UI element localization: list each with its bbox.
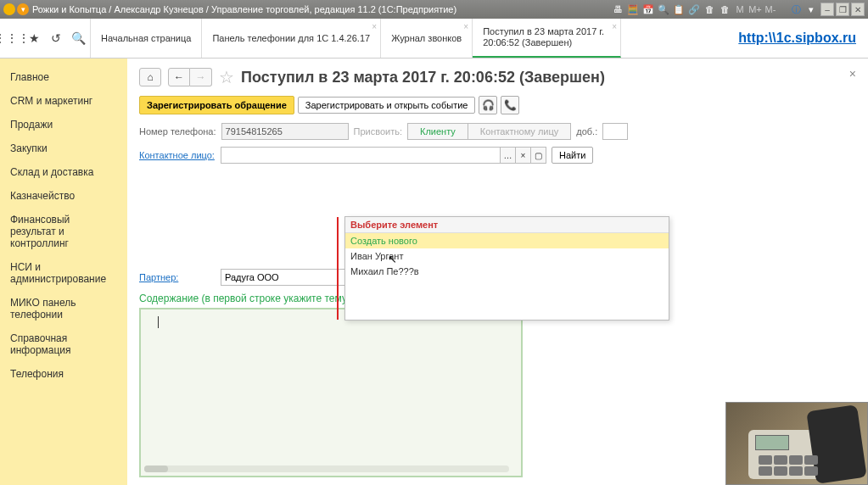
- sidebar-item-telephony[interactable]: Телефония: [0, 362, 127, 386]
- dropdown-create-new[interactable]: Создать нового: [345, 233, 669, 248]
- register-request-button[interactable]: Зарегистрировать обращение: [139, 96, 294, 114]
- assign-buttons: Клиенту Контактному лицу: [407, 123, 571, 140]
- minimize-button[interactable]: –: [820, 3, 834, 16]
- sidebar-item-main[interactable]: Главное: [0, 65, 127, 89]
- history-icon[interactable]: ↺: [49, 31, 63, 45]
- contact-row: Контактное лицо: … × ▢ Найти: [139, 147, 856, 164]
- print-icon[interactable]: 🖶: [611, 3, 624, 16]
- sidebar-item-purchases[interactable]: Закупки: [0, 137, 127, 160]
- toolbar-iconbox: ⋮⋮⋮ ★ ↺ 🔍: [0, 19, 91, 58]
- tab-label: Поступил в 23 марта 2017 г. 20:06:52 (За…: [483, 26, 610, 48]
- contact-select-button[interactable]: …: [501, 147, 516, 164]
- phone-field[interactable]: [221, 123, 349, 140]
- sidebar-item-warehouse[interactable]: Склад и доставка: [0, 160, 127, 184]
- maximize-button[interactable]: ❐: [836, 3, 849, 16]
- dropdown-icon[interactable]: ▾: [804, 3, 818, 16]
- calendar-icon[interactable]: 📅: [641, 3, 655, 16]
- calc-icon[interactable]: 🧮: [626, 3, 640, 16]
- tab-close-icon[interactable]: ×: [463, 22, 468, 31]
- info-icon[interactable]: ⓘ: [789, 3, 803, 16]
- search-tb-icon[interactable]: 🔍: [657, 3, 670, 16]
- trash-icon[interactable]: 🗑: [703, 3, 716, 16]
- dropdown-header: Выберите элемент: [345, 217, 669, 233]
- page-close-button[interactable]: ×: [849, 67, 856, 81]
- contact-open-button[interactable]: ▢: [531, 147, 546, 164]
- sidebar-item-sales[interactable]: Продажи: [0, 113, 127, 137]
- sidebar-item-finance[interactable]: Финансовый результат и контроллинг: [0, 208, 127, 255]
- sidebar-item-nsi[interactable]: НСИ и администрирование: [0, 255, 127, 291]
- search-icon[interactable]: 🔍: [71, 31, 85, 45]
- window-title: Рожки и Копытца / Александр Кузнецов / У…: [32, 4, 610, 14]
- editor-scrollbar[interactable]: [144, 465, 509, 472]
- app-icon: [3, 3, 15, 15]
- trash2-icon[interactable]: 🗑: [718, 3, 731, 16]
- dropdown-filler: [345, 279, 669, 320]
- phone-row: Номер телефона: Присвоить: Клиенту Конта…: [139, 123, 856, 140]
- assign-label: Присвоить:: [354, 126, 402, 137]
- tab-label: Начальная страница: [101, 33, 191, 43]
- sidebar-item-miko[interactable]: МИКО панель телефонии: [0, 291, 127, 326]
- assign-client-button[interactable]: Клиенту: [407, 123, 468, 140]
- sipbox-link[interactable]: http:\\1c.sipbox.ru: [726, 19, 868, 58]
- contact-dropdown: Выберите элемент Создать нового Иван Ург…: [344, 216, 669, 321]
- apps-icon[interactable]: ⋮⋮⋮: [5, 31, 19, 45]
- dropdown-option[interactable]: Иван Ургант: [345, 248, 669, 264]
- tab-call-log[interactable]: Журнал звонков×: [381, 19, 473, 58]
- title-back-icon[interactable]: ▾: [17, 3, 29, 15]
- contact-find-button[interactable]: Найти: [552, 147, 593, 164]
- headset-icon: 🎧: [482, 99, 495, 111]
- page-title: Поступил в 23 марта 2017 г. 20:06:52 (За…: [241, 69, 605, 86]
- tab-home[interactable]: Начальная страница: [91, 19, 202, 58]
- phone-icon: 📞: [504, 99, 517, 111]
- partner-label[interactable]: Партнер:: [139, 272, 216, 282]
- contact-label[interactable]: Контактное лицо:: [139, 150, 216, 160]
- register-open-event-button[interactable]: Зарегистрировать и открыть событие: [298, 97, 476, 114]
- link-icon[interactable]: 🔗: [687, 3, 701, 16]
- sidebar-item-treasury[interactable]: Казначейство: [0, 184, 127, 208]
- content: ⌂ ← → ☆ Поступил в 23 марта 2017 г. 20:0…: [127, 59, 868, 485]
- content-editor[interactable]: [139, 308, 523, 477]
- ext-field[interactable]: [602, 123, 628, 140]
- page-header: ⌂ ← → ☆ Поступил в 23 марта 2017 г. 20:0…: [139, 67, 856, 87]
- tab-incoming-call[interactable]: Поступил в 23 марта 2017 г. 20:06:52 (За…: [473, 19, 621, 58]
- clipboard-icon[interactable]: 📋: [672, 3, 686, 16]
- tabbar: ⋮⋮⋮ ★ ↺ 🔍 Начальная страница Панель теле…: [0, 19, 868, 59]
- sidebar-item-reference[interactable]: Справочная информация: [0, 326, 127, 362]
- assign-contact-button[interactable]: Контактному лицу: [468, 123, 571, 140]
- call-button[interactable]: 📞: [501, 96, 519, 114]
- back-button[interactable]: ←: [168, 68, 190, 86]
- m-button[interactable]: M: [733, 3, 747, 16]
- home-button[interactable]: ⌂: [139, 68, 161, 86]
- tab-label: Панель телефонии для 1С 1.4.26.17: [212, 33, 370, 43]
- dropdown-option[interactable]: Михаил Пе???в: [345, 264, 669, 279]
- titlebar: ▾ Рожки и Копытца / Александр Кузнецов /…: [0, 0, 868, 19]
- sidebar-item-crm[interactable]: CRM и маркетинг: [0, 89, 127, 113]
- tab-close-icon[interactable]: ×: [372, 22, 377, 31]
- text-caret: [158, 316, 159, 328]
- ext-label: доб.:: [576, 126, 597, 137]
- favorites-icon[interactable]: ★: [27, 31, 41, 45]
- contact-clear-button[interactable]: ×: [516, 147, 531, 164]
- mplus-button[interactable]: M+: [748, 3, 762, 16]
- tab-close-icon[interactable]: ×: [612, 22, 617, 31]
- tab-label: Журнал звонков: [391, 33, 462, 43]
- phone-label: Номер телефона:: [139, 126, 216, 137]
- contact-field[interactable]: [221, 147, 501, 164]
- desk-phone-image: [725, 402, 868, 485]
- scrollbar-thumb[interactable]: [144, 465, 168, 472]
- favorite-star-icon[interactable]: ☆: [219, 67, 234, 87]
- action-row: Зарегистрировать обращение Зарегистриров…: [139, 96, 856, 114]
- mminus-button[interactable]: M-: [764, 3, 777, 16]
- close-button[interactable]: ✕: [851, 3, 865, 16]
- forward-button[interactable]: →: [190, 68, 212, 86]
- main: Главное CRM и маркетинг Продажи Закупки …: [0, 59, 868, 485]
- headset-button[interactable]: 🎧: [479, 96, 497, 114]
- tab-telephony-panel[interactable]: Панель телефонии для 1С 1.4.26.17×: [202, 19, 381, 58]
- sidebar: Главное CRM и маркетинг Продажи Закупки …: [0, 59, 127, 485]
